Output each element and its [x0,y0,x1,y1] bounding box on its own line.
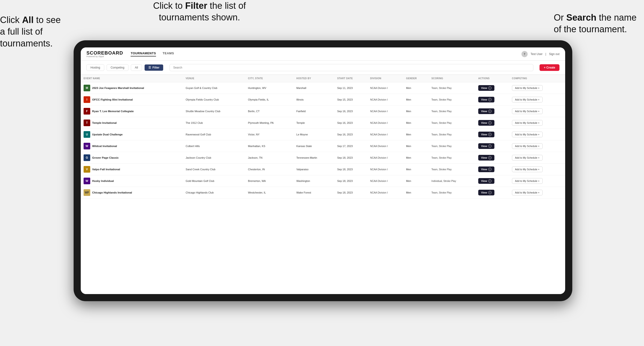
add-schedule-button-7[interactable]: Add to My Schedule + [512,167,542,172]
cell-venue-0: Guyan Golf & Country Club [183,82,245,94]
cell-event-name-3: T Temple Invitational [81,117,183,129]
nav-tab-teams[interactable]: TEAMS [163,51,174,56]
cell-event-name-6: G Grover Page Classic [81,152,183,164]
cell-actions-6: View i [476,152,509,164]
cell-hosted-1: Illinois [294,94,334,106]
table-container: EVENT NAME VENUE CITY, STATE HOSTED BY S… [81,75,565,294]
add-schedule-button-9[interactable]: Add to My Schedule + [512,190,542,195]
cell-event-name-7: V Valpo Fall Invitational [81,164,183,175]
info-icon-2: i [488,110,492,113]
cell-actions-1: View i [476,94,509,106]
cell-venue-4: Ravenwood Golf Club [183,129,245,140]
cell-hosted-2: Fairfield [294,106,334,117]
cell-actions-9: View i [476,187,509,198]
add-schedule-button-4[interactable]: Add to My Schedule + [512,132,542,137]
view-button-0[interactable]: View i [478,85,494,91]
cell-venue-3: The 1912 Club [183,117,245,129]
annotation-topcenter: Click to Filter the list of tournaments … [138,0,261,23]
create-button[interactable]: + Create [540,64,560,71]
info-icon-0: i [488,86,492,90]
cell-gender-3: Men [403,117,428,129]
cell-gender-4: Men [403,129,428,140]
cell-gender-7: Men [403,164,428,175]
team-logo-5: W [84,143,90,149]
cell-city-7: Chesterton, IN [245,164,294,175]
event-name-9: Chicago Highlands Invitational [92,191,132,194]
cell-competing-2: Add to My Schedule + [509,106,565,117]
team-logo-4: U [84,131,90,138]
view-button-3[interactable]: View i [478,120,494,126]
cell-city-6: Jackson, TN [245,152,294,164]
view-button-8[interactable]: View i [478,178,494,184]
add-schedule-button-3[interactable]: Add to My Schedule + [512,120,542,126]
cell-hosted-5: Kansas State [294,140,334,152]
cell-hosted-6: Tennessee-Martin [294,152,334,164]
cell-scoring-9: Team, Stroke Play [428,187,476,198]
view-button-1[interactable]: View i [478,97,494,102]
cell-date-1: Sep 15, 2023 [334,94,367,106]
info-icon-6: i [488,156,492,159]
cell-gender-1: Men [403,94,428,106]
col-venue: VENUE [183,75,245,82]
add-schedule-button-6[interactable]: Add to My Schedule + [512,155,542,161]
cell-date-4: Sep 16, 2023 [334,129,367,140]
cell-competing-7: Add to My Schedule + [509,164,565,175]
table-row: WF Chicago Highlands Invitational Chicag… [81,187,565,198]
add-schedule-button-2[interactable]: Add to My Schedule + [512,108,542,114]
view-button-2[interactable]: View i [478,108,494,114]
cell-competing-5: Add to My Schedule + [509,140,565,152]
cell-hosted-9: Wake Forest [294,187,334,198]
cell-division-9: NCAA Division I [367,187,403,198]
view-button-4[interactable]: View i [478,132,494,137]
cell-actions-8: View i [476,175,509,187]
add-schedule-button-1[interactable]: Add to My Schedule + [512,97,542,102]
cell-city-2: Berlin, CT [245,106,294,117]
search-input[interactable] [170,64,533,71]
cell-actions-4: View i [476,129,509,140]
cell-gender-6: Men [403,152,428,164]
col-hosted-by: HOSTED BY [294,75,334,82]
cell-division-7: NCAA Division I [367,164,403,175]
info-icon-9: i [488,191,492,194]
cell-scoring-4: Team, Stroke Play [428,129,476,140]
cell-hosted-8: Washington [294,175,334,187]
all-tab[interactable]: All [131,64,142,71]
competing-tab[interactable]: Competing [106,64,128,71]
info-icon-1: i [488,98,492,101]
cell-date-3: Sep 16, 2023 [334,117,367,129]
cell-event-name-8: W Husky Individual [81,175,183,187]
add-schedule-button-5[interactable]: Add to My Schedule + [512,143,542,149]
nav-tab-tournaments[interactable]: TOURNAMENTS [130,51,156,56]
view-button-9[interactable]: View i [478,190,494,195]
cell-scoring-3: Team, Stroke Play [428,117,476,129]
cell-city-5: Manhattan, KS [245,140,294,152]
cell-date-2: Sep 16, 2023 [334,106,367,117]
col-actions: ACTIONS [476,75,509,82]
cell-hosted-7: Valparaiso [294,164,334,175]
tablet-frame: SCOREBOARD Powered by clippd TOURNAMENTS… [74,40,572,301]
signout-link[interactable]: Sign out [549,52,560,56]
logo-sub: Powered by clippd [86,55,123,58]
filter-label: Filter [152,66,159,69]
view-button-6[interactable]: View i [478,155,494,161]
tablet-screen: SCOREBOARD Powered by clippd TOURNAMENTS… [81,47,565,294]
search-box [170,64,533,71]
col-start-date: START DATE [334,75,367,82]
cell-city-0: Huntington, WV [245,82,294,94]
view-button-7[interactable]: View i [478,167,494,172]
hosting-tab[interactable]: Hosting [86,64,104,71]
toolbar: Hosting Competing All ☰ Filter + Create [81,61,565,75]
filter-button[interactable]: ☰ Filter [144,64,163,71]
view-button-5[interactable]: View i [478,143,494,149]
table-row: W Wildcat Invitational Colbert Hills Man… [81,140,565,152]
cell-city-4: Victor, NY [245,129,294,140]
add-schedule-button-8[interactable]: Add to My Schedule + [512,178,542,184]
add-schedule-button-0[interactable]: Add to My Schedule + [512,85,542,91]
cell-venue-7: Sand Creek Country Club [183,164,245,175]
col-scoring: SCORING [428,75,476,82]
event-name-0: 2023 Joe Feaganes Marshall Invitational [92,87,144,89]
user-avatar: T [522,51,528,57]
cell-competing-4: Add to My Schedule + [509,129,565,140]
cell-division-8: NCAA Division I [367,175,403,187]
cell-date-9: Sep 18, 2023 [334,187,367,198]
